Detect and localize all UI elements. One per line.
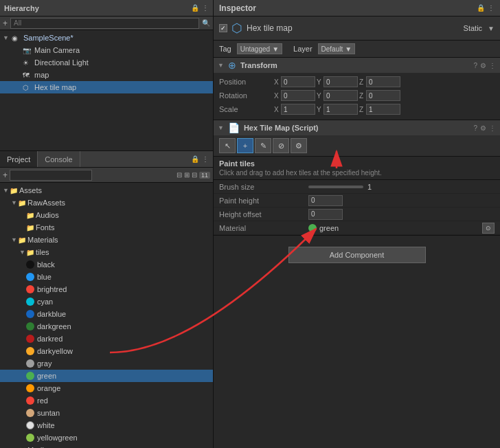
tree-map[interactable]: 🗺 map [0,69,213,81]
pos-x-input[interactable] [281,76,315,87]
tool-settings[interactable]: ⚙ [291,138,307,153]
pos-z-input[interactable] [366,76,400,87]
audios-item[interactable]: 📁 Audios [0,209,213,221]
scene-label: SampleScene* [23,34,73,42]
inspector-menu-icon[interactable]: ⋮ [488,4,495,12]
scene-item[interactable]: ▼ ◉ SampleScene* [0,32,213,44]
height-offset-input[interactable] [308,209,343,220]
scale-z-label: Z [359,106,365,113]
hierarchy-menu-icon[interactable]: ⋮ [202,4,209,12]
darkred-ball [26,335,34,343]
tag-dropdown[interactable]: Untagged ▼ [237,43,282,54]
pos-z-label: Z [359,78,365,86]
brightred-material[interactable]: brightred [0,283,213,295]
hierarchy-search-icon[interactable]: 🔍 [202,19,210,27]
static-arrow[interactable]: ▼ [488,25,495,32]
script-collapse-arrow: ▼ [218,124,224,131]
tree-directional-light[interactable]: ☀ Directional Light [0,56,213,69]
script-menu-icon[interactable]: ⋮ [489,124,496,132]
scene-icon: ◉ [12,34,21,42]
position-row: Position X Y Z [219,76,495,88]
object-enabled-checkbox[interactable] [219,24,227,32]
modles-item[interactable]: 📁 Modles [0,444,213,448]
scale-z-input[interactable] [366,104,400,115]
transform-title: Transform [240,61,470,69]
project-icon2[interactable]: ⊞ [184,171,190,179]
map-icon: 🗺 [23,71,32,79]
darkyellow-material[interactable]: darkyellow [0,345,213,357]
project-menu-icon[interactable]: ⋮ [202,155,209,163]
scale-x-input[interactable] [281,104,315,115]
transform-menu-icon[interactable]: ⋮ [489,62,496,69]
tab-project[interactable]: Project [0,151,38,167]
transform-header[interactable]: ▼ ⊕ Transform ? ⚙ ⋮ [214,58,500,73]
assets-label: Assets [19,186,42,194]
project-lock-icon[interactable]: 🔒 [191,155,199,163]
suntan-material[interactable]: suntan [0,407,213,419]
black-material[interactable]: black [0,258,213,271]
rawassets-icon: 📁 [18,199,26,207]
red-material[interactable]: red [0,394,213,407]
tree-label-main-camera: Main Camera [34,46,80,54]
orange-material[interactable]: orange [0,382,213,394]
script-title: Hex Tile Map (Script) [244,124,470,132]
hierarchy-lock-icon[interactable]: 🔒 [191,4,199,12]
darkblue-material[interactable]: darkblue [0,308,213,320]
tool-add[interactable]: + [237,138,253,153]
assets-root[interactable]: ▼ 📁 Assets [0,184,213,197]
darkgreen-material[interactable]: darkgreen [0,320,213,333]
paint-height-input[interactable] [308,195,343,206]
cyan-ball [26,298,34,306]
darkred-material[interactable]: darkred [0,333,213,345]
object-name: Hex tile map [247,23,459,33]
rawassets-item[interactable]: ▼ 📁 RawAssets [0,197,213,209]
rot-z-input[interactable] [366,90,400,101]
tool-erase[interactable]: ⊘ [273,138,289,153]
hierarchy-search-input[interactable] [10,18,199,29]
tab-console[interactable]: Console [38,151,80,167]
tool-paint[interactable]: ✎ [255,138,271,153]
material-select-btn[interactable]: ⊙ [482,223,495,234]
script-section: ▼ 📄 Hex Tile Map (Script) ? ⚙ ⋮ ↖ + ✎ ⊘ … [214,120,500,236]
gray-material[interactable]: gray [0,357,213,370]
green-material[interactable]: green [0,370,213,382]
tree-hex-tile-map[interactable]: ⬡ Hex tile map [0,81,213,93]
scale-y-input[interactable] [323,104,358,115]
project-add-icon[interactable]: + [3,170,8,180]
materials-item[interactable]: ▼ 📁 Materials [0,234,213,246]
project-search-input[interactable] [10,170,92,181]
rot-x-input[interactable] [281,90,315,101]
tool-cursor[interactable]: ↖ [219,138,236,153]
layer-dropdown[interactable]: Default ▼ [318,43,356,54]
transform-help-icon[interactable]: ? [473,62,477,69]
inspector-lock-icon[interactable]: 🔒 [477,4,485,12]
cyan-material[interactable]: cyan [0,295,213,308]
white-material[interactable]: white [0,419,213,432]
yellowgreen-ball [26,434,34,442]
red-ball [26,396,34,405]
transform-settings-icon[interactable]: ⚙ [480,62,486,69]
blue-material[interactable]: blue [0,271,213,283]
tree-main-camera[interactable]: 📷 Main Camera [0,44,213,56]
script-settings-icon[interactable]: ⚙ [480,124,486,132]
rot-y-input[interactable] [323,90,358,101]
yellowgreen-material[interactable]: yellowgreen [0,432,213,444]
pos-y-label: Y [317,78,322,86]
tree-label-directional-light: Directional Light [34,58,89,67]
camera-icon: 📷 [23,47,32,54]
fonts-item[interactable]: 📁 Fonts [0,221,213,234]
project-icon3[interactable]: ⊟ [192,171,197,179]
add-component-button[interactable]: Add Component [288,247,426,263]
brush-size-slider[interactable] [308,186,363,188]
script-header[interactable]: ▼ 📄 Hex Tile Map (Script) ? ⚙ ⋮ [214,120,500,135]
rot-y-label: Y [317,92,322,100]
darkyellow-ball [26,347,34,355]
pos-y-input[interactable] [323,76,358,87]
script-help-icon[interactable]: ? [473,124,477,132]
tiles-item[interactable]: ▼ 📁 tiles [0,246,213,258]
hierarchy-add-icon[interactable]: + [3,19,8,28]
inspector-title: Inspector [219,3,256,13]
project-icon1[interactable]: ⊟ [177,171,182,179]
script-icon: 📄 [228,122,240,133]
position-label: Position [219,78,274,86]
